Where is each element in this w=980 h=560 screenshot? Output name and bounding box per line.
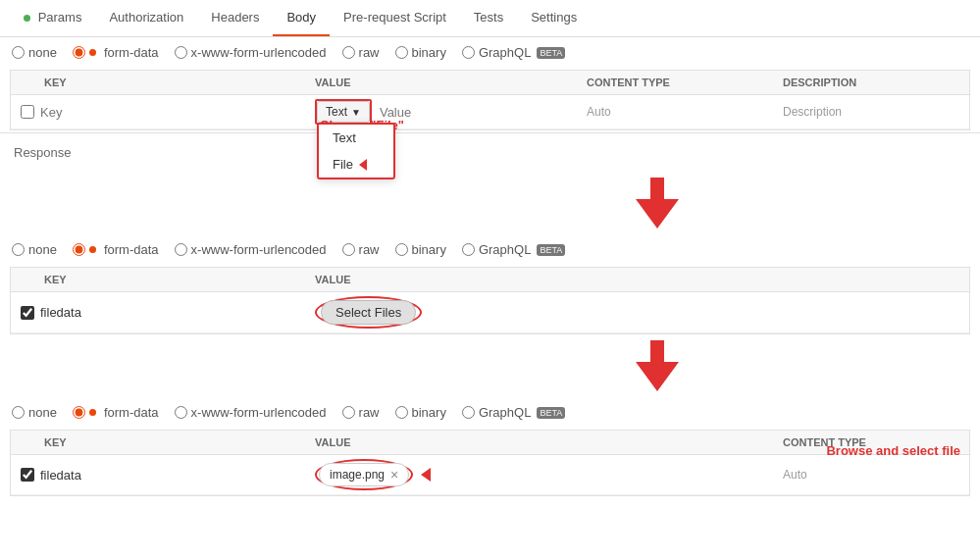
radio-formdata-2[interactable]: form-data bbox=[73, 242, 159, 257]
file-arrow-indicator bbox=[359, 159, 367, 171]
top-tabs: Params Authorization Headers Body Pre-re… bbox=[0, 0, 980, 37]
value-input-1[interactable] bbox=[380, 105, 577, 120]
tab-params[interactable]: Params bbox=[10, 0, 95, 36]
tab-tests-label: Tests bbox=[474, 10, 503, 25]
key-input-1[interactable] bbox=[40, 105, 256, 120]
tab-settings-label: Settings bbox=[531, 10, 577, 25]
radio-raw-1[interactable]: raw bbox=[342, 45, 380, 60]
tab-authorization[interactable]: Authorization bbox=[95, 0, 197, 36]
panel-3: KEY VALUE CONTENT TYPE filedata image.pn… bbox=[10, 430, 970, 496]
section2: none form-data x-www-form-urlencoded raw… bbox=[0, 234, 980, 334]
panel-2: KEY VALUE filedata Select Files bbox=[10, 267, 970, 334]
tab-body-label: Body bbox=[286, 10, 316, 25]
formdata-dot-3 bbox=[89, 409, 96, 416]
key-cell-2: filedata bbox=[11, 305, 305, 320]
beta-badge-2: BETA bbox=[537, 244, 565, 256]
chevron-icon: ▼ bbox=[351, 107, 361, 118]
dropdown-menu: Text File bbox=[317, 123, 395, 179]
ct-cell-3: Auto bbox=[773, 468, 969, 482]
arrow-down-1 bbox=[334, 178, 980, 229]
formdata-dot-1 bbox=[89, 49, 96, 56]
section3: none form-data x-www-form-urlencoded raw… bbox=[0, 397, 980, 496]
key-cell-1 bbox=[11, 105, 305, 120]
tab-settings[interactable]: Settings bbox=[517, 0, 591, 36]
key-value-2: filedata bbox=[40, 305, 81, 320]
file-tag-close-button[interactable]: × bbox=[390, 467, 398, 483]
dropdown-item-text[interactable]: Text bbox=[319, 125, 393, 151]
tab-auth-label: Authorization bbox=[109, 10, 183, 25]
formdata-dot-2 bbox=[89, 246, 96, 253]
tab-params-label: Params bbox=[38, 10, 82, 25]
key-cell-3: filedata bbox=[11, 468, 305, 483]
radio-binary-3[interactable]: binary bbox=[395, 405, 446, 420]
dropdown-item-file[interactable]: File bbox=[319, 151, 393, 178]
col-key-header-2: KEY bbox=[11, 274, 305, 285]
radio-binary-1[interactable]: binary bbox=[395, 45, 446, 60]
desc-value-1: Description bbox=[783, 105, 842, 119]
params-dot bbox=[24, 15, 30, 22]
desc-cell-1: Description bbox=[773, 105, 969, 119]
select-files-button[interactable]: Select Files bbox=[321, 300, 416, 325]
radio-raw-2[interactable]: raw bbox=[342, 242, 380, 257]
tab-prescript[interactable]: Pre-request Script bbox=[330, 0, 460, 36]
arrow-head-1 bbox=[636, 199, 679, 229]
radio-formdata-3[interactable]: form-data bbox=[73, 405, 159, 420]
radio-none-3[interactable]: none bbox=[12, 405, 57, 420]
tab-body[interactable]: Body bbox=[273, 0, 330, 36]
col-desc-header-1: DESCRIPTION bbox=[773, 76, 969, 88]
radio-none-1[interactable]: none bbox=[12, 45, 57, 60]
radio-none-2[interactable]: none bbox=[12, 242, 57, 257]
col-key-header-3: KEY bbox=[11, 436, 305, 448]
radio-graphql-1[interactable]: GraphQLBETA bbox=[462, 45, 565, 60]
radio-row-2: none form-data x-www-form-urlencoded raw… bbox=[0, 234, 980, 265]
col-key-header-1: KEY bbox=[11, 76, 305, 88]
row-checkbox-1[interactable] bbox=[21, 105, 34, 119]
arrow-head-2 bbox=[636, 362, 679, 391]
beta-badge-3: BETA bbox=[537, 407, 565, 419]
table-header-2: KEY VALUE bbox=[11, 268, 969, 292]
radio-binary-2[interactable]: binary bbox=[395, 242, 446, 257]
radio-urlencoded-2[interactable]: x-www-form-urlencoded bbox=[175, 242, 327, 257]
row-checkbox-2[interactable] bbox=[21, 306, 34, 320]
response-area: Response bbox=[0, 132, 980, 172]
col-value-header-3: VALUE bbox=[305, 436, 773, 448]
value-cell-3: image.png × bbox=[305, 459, 773, 490]
select-files-oval: Select Files bbox=[315, 296, 422, 329]
app-container: Params Authorization Headers Body Pre-re… bbox=[0, 0, 980, 498]
table-row-3: filedata image.png × Auto bbox=[11, 455, 969, 495]
table-header-1: KEY VALUE CONTENT TYPE DESCRIPTION bbox=[11, 71, 969, 95]
table-row-1: Text ▼ Text File Aut bbox=[11, 95, 969, 129]
radio-graphql-2[interactable]: GraphQLBETA bbox=[462, 242, 565, 257]
radio-formdata-1[interactable]: form-data bbox=[73, 45, 159, 60]
tab-headers-label: Headers bbox=[211, 10, 259, 25]
tab-headers[interactable]: Headers bbox=[197, 0, 273, 36]
value-cell-2: Select Files bbox=[305, 296, 969, 329]
col-ct-header-1: CONTENT TYPE bbox=[577, 76, 773, 88]
key-value-3: filedata bbox=[40, 468, 81, 483]
browse-annotation: Browse and select file bbox=[818, 443, 960, 458]
arrow-stem-1 bbox=[650, 178, 664, 199]
ct-value-3: Auto bbox=[783, 468, 807, 482]
arrow-stem-2 bbox=[650, 340, 664, 362]
ct-value-1: Auto bbox=[587, 105, 611, 119]
tab-tests[interactable]: Tests bbox=[460, 0, 517, 36]
col-value-header-1: VALUE bbox=[305, 76, 577, 88]
tab-prescript-label: Pre-request Script bbox=[343, 10, 446, 25]
browse-arrow-left bbox=[421, 468, 431, 482]
browse-label: Browse and select file bbox=[826, 443, 960, 458]
radio-row-3: none form-data x-www-form-urlencoded raw… bbox=[0, 397, 980, 428]
ct-cell-1: Auto bbox=[577, 105, 773, 119]
radio-urlencoded-3[interactable]: x-www-form-urlencoded bbox=[175, 405, 327, 420]
section1: none form-data x-www-form-urlencoded raw… bbox=[0, 37, 980, 172]
response-label: Response bbox=[14, 145, 72, 160]
col-value-header-2: VALUE bbox=[305, 274, 969, 285]
radio-graphql-3[interactable]: GraphQLBETA bbox=[462, 405, 565, 420]
radio-urlencoded-1[interactable]: x-www-form-urlencoded bbox=[175, 45, 327, 60]
arrow-down-2 bbox=[334, 340, 980, 391]
panel-1: KEY VALUE CONTENT TYPE DESCRIPTION Text … bbox=[10, 70, 970, 130]
dropdown-label: Text bbox=[326, 105, 347, 119]
file-name-label: image.png bbox=[330, 468, 385, 482]
row-checkbox-3[interactable] bbox=[21, 468, 34, 482]
beta-badge-1: BETA bbox=[537, 47, 565, 59]
radio-raw-3[interactable]: raw bbox=[342, 405, 380, 420]
